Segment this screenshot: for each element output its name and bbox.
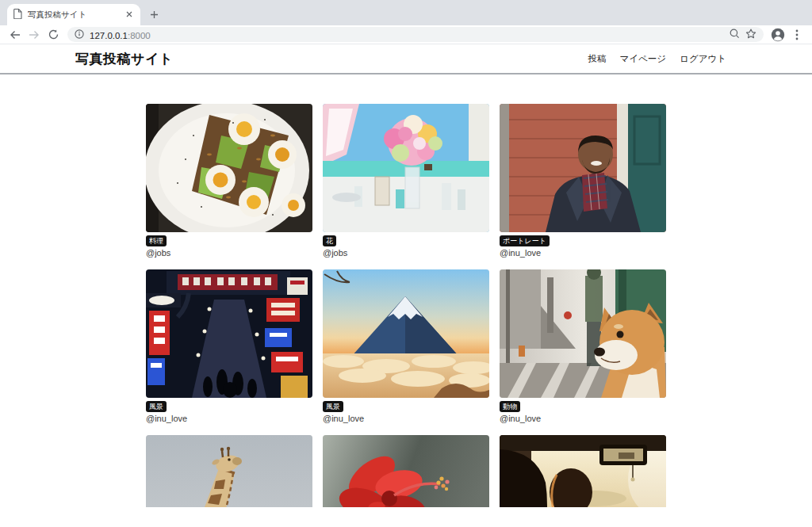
site-title[interactable]: 写真投稿サイト [75, 50, 174, 68]
post-username: @jobs [323, 248, 489, 258]
post-username: @inu_love [323, 414, 489, 424]
nav-post-link[interactable]: 投稿 [588, 53, 607, 65]
category-badge: 動物 [500, 401, 520, 412]
avatar-icon[interactable] [769, 26, 787, 44]
post-card: 花 @jobs [323, 104, 489, 258]
photo-mt-fuji[interactable] [323, 269, 489, 398]
browser-tab[interactable]: 写真投稿サイト [7, 4, 140, 25]
nav-mypage-link[interactable]: マイページ [620, 53, 667, 65]
post-username: @jobs [146, 248, 312, 258]
browser-toolbar: 127.0.0.1:8000 [0, 25, 812, 44]
photo-car-interior[interactable] [500, 435, 666, 507]
post-username: @inu_love [146, 414, 312, 424]
photo-giraffe[interactable] [146, 435, 312, 507]
post-username: @inu_love [500, 248, 666, 258]
post-card: 風景 @inu_love [146, 269, 312, 424]
post-card [146, 435, 312, 507]
reload-icon[interactable] [44, 26, 62, 44]
photo-hibiscus[interactable] [323, 435, 489, 507]
post-card [500, 435, 666, 507]
category-badge: 風景 [323, 401, 343, 412]
info-icon[interactable] [75, 28, 84, 42]
post-username: @inu_love [500, 414, 666, 424]
photo-tokyo-night-street[interactable] [146, 269, 312, 398]
browser-tab-strip: 写真投稿サイト [0, 0, 812, 25]
close-icon[interactable] [124, 9, 134, 21]
category-badge: 風景 [146, 401, 167, 412]
photo-flower-bouquet[interactable] [323, 104, 489, 232]
document-icon [13, 8, 22, 22]
star-icon[interactable] [745, 28, 756, 42]
new-tab-icon[interactable] [150, 9, 159, 21]
url-host: 127.0.0.1 [90, 31, 128, 40]
post-card: 風景 @inu_love [323, 269, 489, 424]
site-nav: 投稿 マイページ ログアウト [588, 53, 726, 65]
back-icon[interactable] [6, 26, 24, 44]
zoom-icon[interactable] [730, 28, 740, 42]
tab-title: 写真投稿サイト [28, 10, 119, 21]
post-card: 料理 @jobs [146, 104, 312, 258]
post-card [323, 435, 489, 507]
photo-grid: 料理 @jobs [146, 104, 666, 507]
photo-portrait-man[interactable] [500, 104, 666, 232]
address-bar[interactable]: 127.0.0.1:8000 [67, 27, 764, 42]
category-badge: ポートレート [500, 235, 550, 246]
photo-avocado-toast[interactable] [146, 104, 312, 232]
url-port: :8000 [128, 31, 151, 40]
page-content: 料理 @jobs [0, 74, 812, 507]
nav-logout-link[interactable]: ログアウト [680, 53, 726, 65]
post-card: 動物 @inu_love [500, 269, 666, 424]
forward-icon[interactable] [25, 26, 43, 44]
kebab-menu-icon[interactable] [788, 26, 806, 44]
site-header: 写真投稿サイト 投稿 マイページ ログアウト [0, 44, 812, 74]
post-card: ポートレート @inu_love [500, 104, 666, 258]
photo-shiba-dog[interactable] [500, 269, 666, 398]
category-badge: 料理 [146, 235, 167, 246]
category-badge: 花 [323, 235, 336, 246]
